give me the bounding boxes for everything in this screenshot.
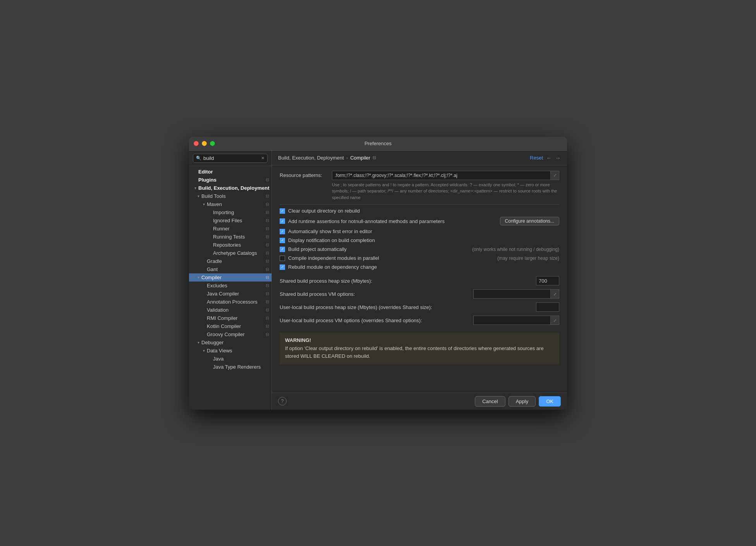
sidebar-item-label: Debugger — [201, 340, 223, 345]
sidebar-item-label: Excludes — [207, 283, 227, 288]
help-button[interactable]: ? — [278, 397, 287, 405]
sidebar-item-running-tests[interactable]: Running Tests ⊟ — [189, 233, 271, 241]
sidebar-item-excludes[interactable]: Excludes ⊟ — [189, 282, 271, 290]
shared-vm-input[interactable] — [473, 289, 551, 299]
settings-icon: ⊟ — [266, 202, 269, 207]
user-vm-row: User-local build process VM options (ove… — [280, 316, 559, 325]
resource-patterns-input[interactable] — [332, 171, 551, 180]
sidebar-item-kotlin-compiler[interactable]: Kotlin Compiler ⊟ — [189, 322, 271, 330]
user-heap-label: User-local build process heap size (Mbyt… — [280, 304, 532, 310]
shared-vm-input-wrap: ⤢ — [473, 289, 559, 299]
breadcrumb-icon: ⊟ — [373, 155, 376, 160]
sidebar-item-runner[interactable]: Runner ⊟ — [189, 225, 271, 233]
shared-vm-expand-button[interactable]: ⤢ — [551, 289, 559, 299]
forward-button[interactable]: → — [555, 155, 561, 161]
sidebar-item-label: Kotlin Compiler — [207, 323, 241, 329]
checkbox-build-auto: Build project automatically (only works … — [280, 246, 559, 252]
sidebar-item-label: Java Compiler — [207, 291, 239, 297]
sidebar-item-label: Validation — [207, 307, 229, 313]
maximize-button[interactable] — [210, 141, 215, 146]
user-vm-input[interactable] — [473, 316, 551, 325]
minimize-button[interactable] — [202, 141, 207, 146]
header-actions: Reset ← → — [530, 155, 561, 161]
compile-parallel-label: Compile independent modules in parallel — [288, 255, 379, 261]
sidebar-item-importing[interactable]: Importing ⊟ — [189, 208, 271, 216]
sidebar-item-java-compiler[interactable]: Java Compiler ⊟ — [189, 290, 271, 298]
sidebar-item-annotation-processors[interactable]: Annotation Processors ⊟ — [189, 298, 271, 306]
build-auto-note: (only works while not running / debuggin… — [472, 247, 559, 252]
breadcrumb-parent[interactable]: Build, Execution, Deployment — [278, 155, 344, 161]
main-header: Build, Execution, Deployment › Compiler … — [272, 151, 567, 165]
sidebar-item-rmi-compiler[interactable]: RMI Compiler ⊟ — [189, 314, 271, 322]
expand-icon: ▾ — [195, 275, 201, 280]
settings-icon: ⊟ — [266, 291, 269, 296]
traffic-lights — [194, 141, 215, 146]
resource-patterns-row: Resource patterns: ⤢ Use ; to separate p… — [280, 171, 559, 201]
sidebar-item-label: Plugins — [198, 177, 216, 183]
settings-icon: ⊟ — [266, 194, 269, 199]
user-heap-input[interactable] — [536, 302, 559, 312]
sidebar-item-editor[interactable]: Editor — [189, 168, 271, 176]
sidebar-item-java[interactable]: Java — [189, 355, 271, 363]
rebuild-module-label: Rebuild module on dependency change — [288, 264, 377, 270]
expand-icon: ▾ — [201, 202, 207, 206]
user-vm-expand-button[interactable]: ⤢ — [551, 316, 559, 325]
sidebar-item-plugins[interactable]: Plugins ⊟ — [189, 176, 271, 184]
compile-parallel-checkbox[interactable] — [280, 256, 285, 261]
resource-expand-button[interactable]: ⤢ — [551, 171, 559, 180]
cancel-button[interactable]: Cancel — [475, 396, 505, 407]
search-input[interactable] — [203, 155, 259, 161]
sidebar-item-groovy-compiler[interactable]: Groovy Compiler ⊟ — [189, 330, 271, 338]
sidebar-item-ignored-files[interactable]: Ignored Files ⊟ — [189, 216, 271, 225]
spacer — [280, 273, 559, 276]
sidebar-item-label: Build Tools — [201, 193, 226, 199]
build-auto-checkbox[interactable] — [280, 247, 285, 252]
user-vm-input-wrap: ⤢ — [473, 316, 559, 325]
sidebar-item-repositories[interactable]: Repositories ⊟ — [189, 241, 271, 249]
sidebar-item-build-execution[interactable]: ▾ Build, Execution, Deployment — [189, 184, 271, 192]
sidebar-item-label: Repositories — [213, 242, 241, 248]
window-title: Preferences — [364, 141, 392, 146]
clear-output-checkbox[interactable] — [280, 208, 285, 214]
shared-heap-input[interactable] — [536, 276, 559, 285]
auto-show-checkbox[interactable] — [280, 229, 285, 234]
sidebar-item-label: Build, Execution, Deployment — [198, 185, 269, 191]
settings-icon: ⊟ — [266, 226, 269, 231]
sidebar-item-build-tools[interactable]: ▾ Build Tools ⊟ — [189, 192, 271, 200]
back-button[interactable]: ← — [546, 155, 552, 161]
sidebar-item-data-views[interactable]: ▾ Data Views — [189, 347, 271, 355]
sidebar-item-label: RMI Compiler — [207, 315, 237, 321]
clear-output-label: Clear output directory on rebuild — [288, 208, 360, 214]
sidebar: 🔍 ✕ Editor Plugins ⊟ — [189, 151, 272, 410]
title-bar: Preferences — [189, 137, 567, 151]
close-button[interactable] — [194, 141, 199, 146]
sidebar-item-java-type-renderers[interactable]: Java Type Renderers — [189, 363, 271, 371]
checkbox-auto-show: Automatically show first error in editor — [280, 228, 559, 234]
sidebar-item-compiler[interactable]: ▾ Compiler ⊟ — [189, 273, 271, 282]
sidebar-item-archetype-catalogs[interactable]: Archetype Catalogs ⊟ — [189, 249, 271, 257]
checkbox-display-notification: Display notification on build completion — [280, 237, 559, 243]
sidebar-item-validation[interactable]: Validation ⊟ — [189, 306, 271, 314]
divider — [280, 204, 559, 205]
sidebar-item-maven[interactable]: ▾ Maven ⊟ — [189, 200, 271, 208]
sidebar-item-debugger[interactable]: ▾ Debugger — [189, 338, 271, 347]
add-runtime-checkbox[interactable] — [280, 218, 285, 224]
apply-button[interactable]: Apply — [509, 396, 536, 407]
checkbox-clear-output: Clear output directory on rebuild — [280, 208, 559, 214]
configure-annotations-button[interactable]: Configure annotations... — [500, 217, 559, 225]
display-notification-label: Display notification on build completion — [288, 237, 375, 243]
main-content-area: 🔍 ✕ Editor Plugins ⊟ — [189, 151, 567, 410]
sidebar-item-label: Data Views — [207, 348, 232, 354]
sidebar-item-gradle[interactable]: Gradle ⊟ — [189, 257, 271, 265]
rebuild-module-checkbox[interactable] — [280, 264, 285, 270]
search-clear-icon[interactable]: ✕ — [261, 156, 265, 161]
settings-icon: ⊟ — [266, 177, 269, 182]
add-runtime-label: Add runtime assertions for notnull-annot… — [288, 218, 445, 224]
sidebar-item-gant[interactable]: Gant ⊟ — [189, 265, 271, 273]
ok-button[interactable]: OK — [539, 396, 561, 407]
breadcrumb-current: Compiler — [350, 155, 370, 161]
settings-icon: ⊟ — [266, 275, 269, 280]
display-notification-checkbox[interactable] — [280, 238, 285, 243]
shared-heap-label: Shared build process heap size (Mbytes): — [280, 278, 532, 284]
reset-button[interactable]: Reset — [530, 155, 543, 161]
